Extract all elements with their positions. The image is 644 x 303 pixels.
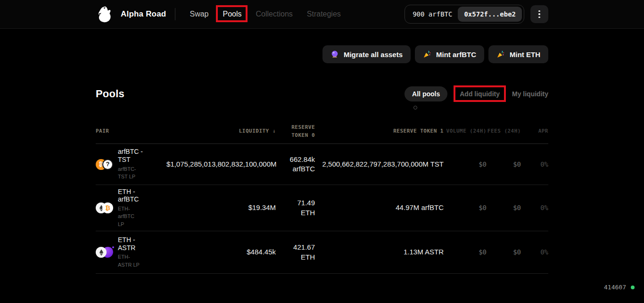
nav-link-strategies[interactable]: Strategies: [307, 10, 341, 18]
page-actions: Migrate all assets Mint arfBTC: [96, 45, 548, 63]
pair-name: ETH - ASTR: [118, 236, 147, 252]
pools-tabs: All pools Add liquidity My liquidity: [405, 86, 548, 101]
reserve-token-0-value: 662.84k arfBTC: [276, 155, 315, 174]
mint-eth-button[interactable]: Mint ETH: [488, 45, 548, 63]
pool-row-arfbtc-tst[interactable]: ₿ ? arfBTC - TST arfBTC-TST LP $1,075,28…: [96, 144, 548, 185]
wallet-pill[interactable]: 900 arfBTC 0x572f...ebe2: [405, 5, 524, 24]
eth-coin-icon: [96, 247, 107, 258]
page-title: Pools: [96, 88, 124, 100]
column-header-apr: APR: [521, 127, 548, 135]
party-popper-icon: [423, 50, 431, 59]
reserve-token-1-value: 44.97M arfBTC: [315, 203, 444, 212]
apr-value: 0%: [521, 203, 548, 212]
top-nav-bar: Alpha Road Swap Pools Collections Strate…: [0, 0, 644, 29]
fees-24h-value: $0: [487, 248, 521, 257]
pool-row-eth-arfbtc[interactable]: ₿ ETH - arfBTC ETH-arfBTC LP $19.34M 71.…: [96, 185, 548, 231]
nav-link-collections[interactable]: Collections: [256, 10, 293, 18]
nav-divider: [175, 8, 175, 20]
kebab-menu-button[interactable]: [530, 5, 548, 23]
tab-my-liquidity[interactable]: My liquidity: [512, 90, 548, 98]
lp-token-name: ETH-ASTR LP: [118, 253, 141, 269]
tab-add-liquidity[interactable]: Add liquidity: [460, 90, 500, 98]
mint-arfbtc-button[interactable]: Mint arfBTC: [415, 45, 484, 63]
table-header-row: PAIR LIQUIDITY ↓ RESERVE TOKEN 0 RESERVE…: [96, 124, 548, 144]
reserve-token-1-value: 2,500,662,822,797,283,700,000M TST: [315, 160, 444, 169]
liquidity-value: $19.34M: [166, 203, 276, 212]
column-header-reserve-token-1: RESERVE TOKEN 1: [315, 127, 444, 135]
pair-icons: ₿: [96, 202, 113, 213]
brand-home-link[interactable]: Alpha Road: [96, 5, 166, 24]
block-indicator[interactable]: 414607: [604, 284, 635, 291]
column-header-liquidity[interactable]: LIQUIDITY ↓: [166, 127, 276, 135]
reserve-token-0-value: 421.67 ETH: [276, 243, 315, 262]
block-number: 414607: [604, 284, 626, 291]
apr-value: 0%: [521, 160, 548, 169]
pool-row-eth-astr[interactable]: ETH - ASTR ETH-ASTR LP $484.45k 421.67 E…: [96, 231, 548, 274]
volume-24h-value: $0: [444, 248, 487, 257]
column-header-pair: PAIR: [96, 127, 166, 135]
reserve-token-0-value: 71.49 ETH: [276, 198, 315, 218]
volume-24h-value: $0: [444, 160, 487, 169]
column-header-fees-24h: FEES (24H): [487, 127, 521, 135]
pair-name: arfBTC - TST: [118, 148, 147, 163]
wallet-address-button[interactable]: 0x572f...ebe2: [458, 7, 522, 22]
green-status-dot: [631, 286, 635, 289]
lp-token-name: arfBTC-TST LP: [118, 165, 141, 181]
crystal-ball-icon: [330, 50, 339, 59]
unknown-token-icon: ?: [102, 159, 113, 170]
volume-24h-value: $0: [444, 203, 487, 212]
reserve-token-1-value: 1.13M ASTR: [315, 247, 444, 257]
brand-name: Alpha Road: [121, 9, 166, 19]
column-header-volume-24h: VOLUME (24H): [444, 127, 487, 135]
nav-link-swap[interactable]: Swap: [190, 10, 208, 18]
nav-link-pools[interactable]: Pools: [223, 10, 241, 18]
lp-token-name: ETH-arfBTC LP: [118, 205, 141, 228]
liquidity-value: $1,075,285,013,802,832,100,000M: [166, 160, 276, 169]
fees-24h-value: $0: [487, 160, 521, 169]
wallet-balance: 900 arfBTC: [413, 10, 452, 18]
pair-icons: ₿ ?: [96, 159, 113, 170]
pagination-dot[interactable]: [413, 106, 417, 109]
pair-icons: [96, 247, 113, 258]
column-header-reserve-token-0: RESERVE TOKEN 0: [276, 124, 315, 139]
lion-logo-icon: [96, 5, 115, 24]
arfbtc-coin-icon: ₿: [102, 202, 113, 213]
fees-24h-value: $0: [487, 203, 521, 212]
pools-table: PAIR LIQUIDITY ↓ RESERVE TOKEN 0 RESERVE…: [96, 124, 548, 274]
party-popper-icon: [496, 50, 505, 59]
primary-nav: Swap Pools Collections Strategies: [190, 10, 340, 18]
sort-desc-icon: ↓: [272, 128, 276, 134]
kebab-menu-icon: [538, 10, 540, 18]
pair-name: ETH - arfBTC: [118, 188, 147, 203]
pools-page: Migrate all assets Mint arfBTC: [96, 45, 548, 274]
liquidity-value: $484.45k: [166, 247, 276, 257]
tab-all-pools[interactable]: All pools: [405, 86, 447, 101]
apr-value: 0%: [521, 248, 548, 257]
migrate-all-assets-button[interactable]: Migrate all assets: [322, 45, 411, 63]
